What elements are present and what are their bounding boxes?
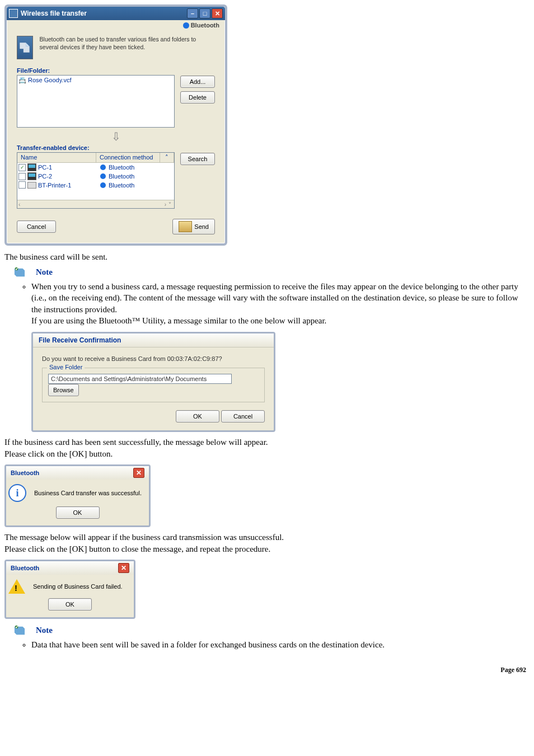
note-item: Data that have been sent will be saved i…: [31, 639, 530, 650]
body-text: Please click on the [OK] button to close…: [4, 544, 530, 554]
browse-button[interactable]: Browse: [48, 384, 79, 396]
titlebar: Wireless file transfer – □ ✕: [7, 7, 225, 20]
bluetooth-icon: [100, 182, 106, 188]
file-folder-label: File/Folder:: [17, 67, 215, 74]
note-heading: Note: [36, 626, 53, 635]
ok-button[interactable]: OK: [48, 598, 92, 611]
transfer-device-label: Transfer-enabled device:: [17, 144, 215, 151]
file-item: Rose Goody.vcf: [28, 77, 71, 83]
connection-method: Bluetooth: [109, 182, 134, 189]
scroll-down-icon[interactable]: ˅: [166, 201, 173, 208]
cancel-button[interactable]: Cancel: [221, 410, 265, 422]
device-checkbox[interactable]: [18, 181, 26, 189]
send-icon: [179, 221, 192, 232]
send-label: Send: [194, 223, 209, 230]
pc-icon: [27, 172, 36, 180]
close-icon[interactable]: ✕: [133, 468, 144, 478]
cancel-button[interactable]: Cancel: [17, 220, 56, 233]
printer-icon: [27, 182, 36, 189]
save-folder-label: Save Folder: [47, 364, 85, 370]
page-number: Page 692: [4, 666, 530, 674]
body-text: The business card will be sent.: [4, 252, 530, 262]
note-icon: [13, 266, 26, 278]
app-icon: [9, 9, 18, 18]
save-folder-input[interactable]: C:\Documents and Settings\Administrator\…: [48, 374, 232, 384]
add-button[interactable]: Add...: [180, 76, 215, 88]
device-checkbox[interactable]: [18, 173, 26, 180]
brand-bar: Bluetooth: [7, 20, 225, 30]
down-arrow-icon: ⇩: [17, 130, 215, 143]
bluetooth-fail-dialog: Bluetooth ✕ Sending of Business Card fai…: [4, 560, 135, 619]
device-name: PC-1: [38, 164, 99, 171]
delete-button[interactable]: Delete: [180, 91, 215, 104]
scroll-up-icon[interactable]: ˄: [160, 153, 174, 162]
body-text: The message below will appear if the bus…: [4, 533, 530, 542]
device-row[interactable]: ✓PC-1Bluetooth: [17, 163, 174, 172]
dialog-title: Bluetooth: [11, 469, 39, 476]
col-name: Name: [17, 153, 96, 162]
brand-label: Bluetooth: [191, 22, 219, 29]
file-receive-confirmation-dialog: File Receive Confirmation Do you want to…: [31, 332, 275, 432]
warning-icon: [8, 579, 25, 594]
note-heading: Note: [36, 267, 53, 277]
ok-button[interactable]: OK: [56, 506, 100, 519]
device-list[interactable]: Name Connection method ˄ ✓PC-1BluetoothP…: [17, 152, 175, 209]
connection-method: Bluetooth: [109, 164, 134, 171]
search-button[interactable]: Search: [180, 153, 215, 165]
fail-message: Sending of Business Card failed.: [33, 583, 123, 590]
maximize-button[interactable]: □: [199, 8, 210, 18]
bluetooth-logo-icon: [183, 22, 189, 29]
file-list[interactable]: 📇 Rose Goody.vcf: [17, 75, 175, 128]
info-icon: i: [8, 484, 26, 502]
body-text: Please click on the [OK] button.: [4, 449, 530, 459]
col-conn: Connection method: [96, 153, 160, 162]
ok-button[interactable]: OK: [176, 410, 219, 422]
success-message: Business Card transfer was successful.: [34, 490, 142, 496]
close-icon[interactable]: ✕: [118, 563, 129, 573]
bluetooth-icon: [100, 165, 106, 170]
confirm-question: Do you want to receive a Business Card f…: [42, 355, 265, 362]
note-icon: [13, 624, 26, 636]
device-row[interactable]: BT-Printer-1Bluetooth: [17, 181, 174, 189]
device-checkbox[interactable]: ✓: [18, 164, 26, 171]
minimize-button[interactable]: –: [187, 8, 198, 18]
dialog-title: File Receive Confirmation: [39, 336, 121, 344]
bluetooth-icon: [100, 173, 106, 179]
device-row[interactable]: PC-2Bluetooth: [17, 172, 174, 181]
note-item: When you try to send a business card, a …: [31, 281, 530, 326]
send-button[interactable]: Send: [172, 219, 215, 234]
intro-text: Bluetooth can be used to transfer variou…: [40, 36, 215, 51]
device-name: PC-2: [38, 173, 99, 180]
pc-icon: [27, 163, 36, 171]
scroll-left-icon[interactable]: ‹: [18, 201, 20, 208]
device-name: BT-Printer-1: [38, 182, 99, 189]
transfer-icon: [17, 36, 33, 59]
bluetooth-success-dialog: Bluetooth ✕ i Business Card transfer was…: [4, 464, 151, 527]
connection-method: Bluetooth: [109, 173, 134, 180]
dialog-title: Bluetooth: [11, 565, 39, 571]
wireless-transfer-window: Wireless file transfer – □ ✕ Bluetooth B…: [4, 4, 227, 246]
body-text: If the business card has been sent succe…: [4, 438, 530, 447]
window-title: Wireless file transfer: [21, 10, 87, 17]
close-button[interactable]: ✕: [212, 8, 223, 18]
